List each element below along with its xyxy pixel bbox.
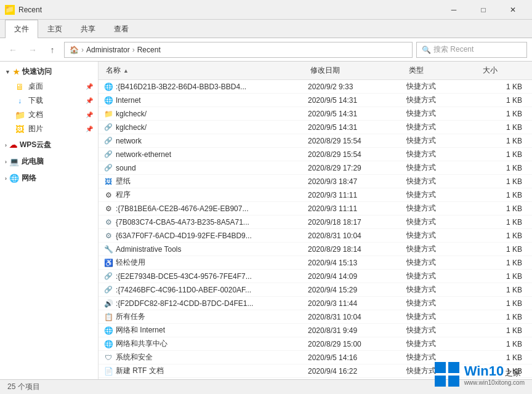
thispc-label: 此电脑 (22, 156, 44, 167)
file-size: 1 KB (480, 313, 530, 321)
sidebar-item-desktop[interactable]: 🖥 桌面 📌 (0, 79, 98, 94)
table-row[interactable]: 📁 kglcheck/ 2020/9/5 14:31 快捷方式 1 KB (99, 107, 532, 121)
file-name: 网络和共享中心 (116, 339, 167, 349)
table-row[interactable]: 🔗 :{E2E7934B-DCE5-43C4-9576-7FE4F7... 20… (99, 270, 532, 283)
file-type-icon: 🌐 (103, 95, 113, 105)
file-name: 网络和 Internet (116, 325, 165, 336)
table-row[interactable]: 🌐 网络和 Internet 2020/8/31 9:49 快捷方式 1 KB (99, 324, 532, 337)
file-size: 1 KB (480, 245, 530, 254)
file-size: 1 KB (480, 137, 530, 145)
sidebar-section-thispc: › 💻 此电脑 (0, 154, 98, 169)
minimize-button[interactable]: ─ (440, 0, 468, 20)
tab-view[interactable]: 查看 (105, 20, 138, 38)
sort-arrow-icon: ▲ (123, 68, 129, 74)
file-size: 1 KB (480, 96, 530, 105)
file-name-cell: 🖼 壁纸 (99, 176, 308, 187)
tab-share[interactable]: 共享 (71, 20, 105, 38)
file-name: 系统和安全 (116, 352, 153, 363)
ribbon: 文件 主页 共享 查看 (0, 20, 532, 38)
table-row[interactable]: 🔗 :{74246BFC-4C96-11D0-ABEF-0020AF... 20… (99, 283, 532, 297)
breadcrumb[interactable]: 🏠 › Administrator › Recent (64, 42, 413, 58)
file-type-icon: ♿ (103, 258, 113, 268)
star-icon: ★ (13, 68, 20, 76)
file-name-cell: 🔗 sound (99, 163, 308, 173)
file-name: :{74246BFC-4C96-11D0-ABEF-0020AF... (116, 286, 251, 294)
window-title: Recent (18, 6, 42, 14)
file-date: 2020/9/18 18:17 (308, 218, 406, 227)
file-type-icon: 🌐 (103, 339, 113, 349)
file-type-icon: 📁 (103, 109, 113, 119)
pictures-icon: 🖼 (15, 124, 25, 134)
address-bar: ← → ↑ 🏠 › Administrator › Recent 🔍 搜索 Re… (0, 38, 532, 62)
table-row[interactable]: 🔗 sound 2020/8/29 17:29 快捷方式 1 KB (99, 161, 532, 175)
tab-home[interactable]: 主页 (38, 20, 71, 38)
maximize-button[interactable]: □ (469, 0, 498, 20)
file-size: 1 KB (480, 191, 530, 199)
table-row[interactable]: 🌐 网络和共享中心 2020/8/29 15:00 快捷方式 1 KB (99, 337, 532, 351)
file-name: :{B416D21B-3B22-B6D4-BBD3-BBD4... (116, 82, 246, 91)
file-name: network (116, 137, 142, 145)
table-row[interactable]: 🔧 Administrative Tools 2020/8/29 18:14 快… (99, 243, 532, 256)
breadcrumb-admin[interactable]: Administrator (86, 46, 130, 54)
sidebar-section-wps: › ☁ WPS云盘 (0, 137, 98, 153)
file-name: 轻松使用 (116, 257, 145, 268)
title-bar: 📁 Recent ─ □ ✕ (0, 0, 532, 20)
table-row[interactable]: ⚙ {7B083C74-CBA5-4A73-B235-8A5A71... 202… (99, 215, 532, 229)
table-row[interactable]: 📋 所有任务 2020/8/31 10:04 快捷方式 1 KB (99, 310, 532, 324)
file-type: 快捷方式 (406, 244, 480, 254)
downloads-icon: ↓ (15, 96, 25, 106)
sidebar-network-header[interactable]: › 🌐 网络 (0, 171, 98, 186)
file-name: {7B083C74-CBA5-4A73-B235-8A5A71... (116, 218, 249, 227)
file-name: 所有任务 (116, 312, 145, 322)
watermark: Win10 之家 www.win10xitong.com (435, 362, 525, 387)
column-size-header[interactable]: 大小 (480, 64, 530, 77)
close-button[interactable]: ✕ (499, 0, 527, 20)
table-row[interactable]: 🔊 :{F2DDFC82-8F12-4CDD-B7DC-D4FE1... 202… (99, 297, 532, 310)
table-row[interactable]: ⚙ :{7B81BE6A-CE2B-4676-A29E-EB907... 202… (99, 202, 532, 215)
chevron-right-icon-3: › (5, 175, 7, 182)
up-button[interactable]: ↑ (44, 42, 60, 58)
sidebar-wps-header[interactable]: › ☁ WPS云盘 (0, 137, 98, 153)
breadcrumb-recent[interactable]: Recent (137, 46, 161, 54)
svg-rect-3 (448, 376, 459, 387)
search-placeholder: 搜索 Recent (433, 44, 474, 55)
window-controls: ─ □ ✕ (440, 0, 527, 20)
table-row[interactable]: 🖼 壁纸 2020/9/3 18:47 快捷方式 1 KB (99, 175, 532, 188)
sidebar-thispc-header[interactable]: › 💻 此电脑 (0, 154, 98, 169)
network-icon: 🌐 (9, 174, 19, 183)
file-size: 1 KB (480, 326, 530, 335)
file-type: 快捷方式 (406, 108, 480, 119)
breadcrumb-home-icon: 🏠 (70, 46, 79, 54)
back-button[interactable]: ← (5, 42, 21, 58)
column-name-header[interactable]: 名称 ▲ (99, 64, 308, 77)
file-name-cell: 🔗 :{74246BFC-4C96-11D0-ABEF-0020AF... (99, 285, 308, 295)
search-box[interactable]: 🔍 搜索 Recent (416, 42, 527, 58)
column-date-header[interactable]: 修改日期 (308, 64, 406, 77)
sidebar-item-pictures[interactable]: 🖼 图片 📌 (0, 122, 98, 136)
tab-file[interactable]: 文件 (5, 20, 38, 38)
file-type-icon: 🔗 (103, 163, 113, 173)
svg-rect-1 (448, 362, 459, 373)
table-row[interactable]: ⚙ {63A7F0F7-6ACD-4D19-92FE-FB4BD9... 202… (99, 229, 532, 243)
table-row[interactable]: 🔗 kglcheck/ 2020/9/5 14:31 快捷方式 1 KB (99, 121, 532, 134)
table-row[interactable]: ⚙ 程序 2020/9/3 11:11 快捷方式 1 KB (99, 188, 532, 202)
file-list-header: 名称 ▲ 修改日期 类型 大小 (99, 62, 532, 80)
table-row[interactable]: 🔗 network 2020/8/29 15:54 快捷方式 1 KB (99, 134, 532, 148)
file-type-icon: ⚙ (103, 190, 113, 200)
sidebar-item-documents[interactable]: 📁 文档 📌 (0, 108, 98, 122)
sidebar-item-downloads[interactable]: ↓ 下载 📌 (0, 94, 98, 108)
table-row[interactable]: 🌐 :{B416D21B-3B22-B6D4-BBD3-BBD4... 2020… (99, 80, 532, 94)
main-content: ▼ ★ 快速访问 🖥 桌面 📌 ↓ 下载 📌 📁 文档 📌 🖼 图片 (0, 62, 532, 379)
file-type-icon: ⚙ (103, 217, 113, 227)
forward-button[interactable]: → (25, 42, 41, 58)
file-name: :{E2E7934B-DCE5-43C4-9576-7FE4F7... (116, 272, 252, 281)
table-row[interactable]: ♿ 轻松使用 2020/9/4 15:13 快捷方式 1 KB (99, 256, 532, 270)
file-type: 快捷方式 (406, 122, 480, 132)
table-row[interactable]: 🌐 Internet 2020/9/5 14:31 快捷方式 1 KB (99, 94, 532, 107)
sidebar-quickaccess-header[interactable]: ▼ ★ 快速访问 (0, 64, 98, 79)
file-type-icon: 🌐 (103, 326, 113, 336)
file-size: 1 KB (480, 340, 530, 348)
file-date: 2020/9/5 14:31 (308, 123, 406, 132)
column-type-header[interactable]: 类型 (406, 64, 480, 77)
table-row[interactable]: 🔗 network-ethernet 2020/8/29 15:54 快捷方式 … (99, 148, 532, 161)
